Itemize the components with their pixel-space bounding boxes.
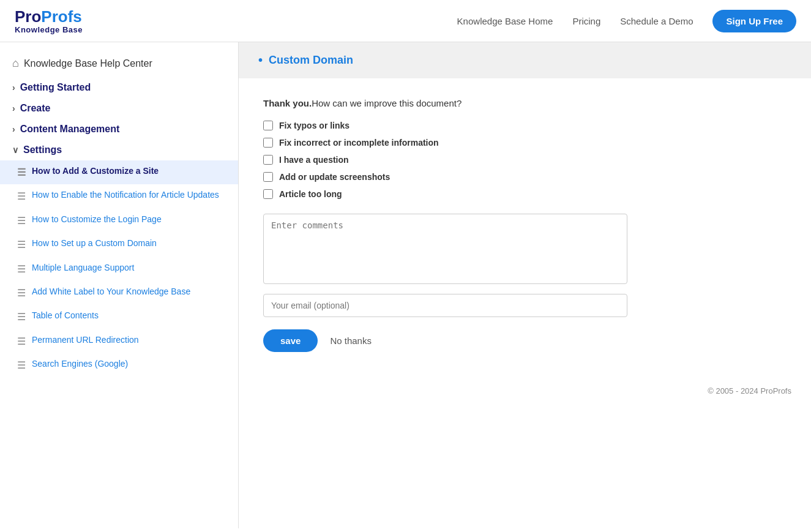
sidebar-item-label: Multiple Language Support [32, 262, 134, 274]
sidebar-item-notification-article[interactable]: ☰ How to Enable the Notification for Art… [0, 184, 238, 208]
sidebar-item-white-label[interactable]: ☰ Add White Label to Your Knowledge Base [0, 281, 238, 305]
sidebar-category-settings[interactable]: ∨ Settings [0, 140, 238, 160]
form-actions: save No thanks [263, 329, 787, 352]
custom-domain-title: Custom Domain [269, 54, 353, 67]
checkbox-row-fix-typos: Fix typos or links [263, 121, 787, 130]
fix-incorrect-checkbox[interactable] [263, 138, 273, 148]
sidebar-item-url-redirect[interactable]: ☰ Permanent URL Redirection [0, 329, 238, 353]
custom-domain-bar: • Custom Domain [239, 42, 811, 78]
feedback-intro-bold: Thank you. [263, 98, 312, 108]
doc-icon: ☰ [17, 214, 26, 228]
sidebar-item-add-customize-site[interactable]: ☰ How to Add & Customize a Site [0, 160, 238, 184]
fix-typos-checkbox[interactable] [263, 121, 273, 130]
checkbox-row-too-long: Article too long [263, 189, 787, 199]
chevron-right-icon: › [12, 124, 15, 134]
chevron-right-icon: › [12, 83, 15, 92]
comments-textarea[interactable] [263, 214, 627, 284]
chevron-down-icon: ∨ [12, 145, 18, 155]
sidebar-home[interactable]: ⌂ Knowledge Base Help Center [0, 52, 238, 77]
sidebar-item-label: How to Customize the Login Page [32, 214, 162, 226]
sidebar-category-label: Create [20, 103, 51, 114]
signup-button[interactable]: Sign Up Free [712, 10, 796, 32]
logo-profs-text: Profs [41, 7, 81, 26]
nav-home-link[interactable]: Knowledge Base Home [457, 16, 553, 26]
nav-demo-link[interactable]: Schedule a Demo [620, 16, 693, 26]
sidebar-category-content-management[interactable]: › Content Management [0, 119, 238, 140]
feedback-intro: Thank you.How can we improve this docume… [263, 98, 787, 108]
home-icon: ⌂ [12, 57, 19, 70]
logo-subtitle: Knowledge Base [15, 25, 83, 34]
feedback-section: Thank you.How can we improve this docume… [239, 78, 811, 377]
header: ProProfs Knowledge Base Knowledge Base H… [0, 0, 811, 42]
sidebar-home-label: Knowledge Base Help Center [24, 58, 152, 69]
too-long-checkbox[interactable] [263, 189, 273, 199]
checkbox-group: Fix typos or links Fix incorrect or inco… [263, 121, 787, 199]
logo: ProProfs Knowledge Base [15, 7, 83, 34]
chevron-right-icon: › [12, 103, 15, 113]
sidebar-category-label: Content Management [20, 124, 120, 135]
sidebar-item-label: Search Engines (Google) [32, 358, 128, 370]
footer: © 2005 - 2024 ProProfs [239, 377, 811, 405]
save-button[interactable]: save [263, 329, 318, 352]
doc-icon: ☰ [17, 335, 26, 348]
doc-icon: ☰ [17, 238, 26, 252]
page-layout: ⌂ Knowledge Base Help Center › Getting S… [0, 42, 811, 528]
copyright-text: © 2005 - 2024 ProProfs [708, 386, 791, 395]
doc-icon: ☰ [17, 310, 26, 324]
sidebar-category-label: Getting Started [20, 82, 91, 93]
sidebar-item-search-engines[interactable]: ☰ Search Engines (Google) [0, 353, 238, 377]
sidebar-item-custom-domain[interactable]: ☰ How to Set up a Custom Domain [0, 233, 238, 257]
sidebar-item-label: Table of Contents [32, 310, 99, 322]
bullet-icon: • [258, 53, 263, 67]
sidebar-item-label: Add White Label to Your Knowledge Base [32, 286, 190, 298]
fix-typos-label: Fix typos or links [279, 121, 349, 130]
sidebar: ⌂ Knowledge Base Help Center › Getting S… [0, 42, 239, 528]
sidebar-category-label: Settings [23, 144, 62, 155]
doc-icon: ☰ [17, 287, 26, 300]
sidebar-category-getting-started[interactable]: › Getting Started [0, 77, 238, 98]
fix-incorrect-label: Fix incorrect or incomplete information [279, 138, 439, 148]
sidebar-item-toc[interactable]: ☰ Table of Contents [0, 305, 238, 329]
sidebar-item-label: How to Enable the Notification for Artic… [32, 189, 219, 201]
doc-icon: ☰ [17, 190, 26, 203]
doc-icon: ☰ [17, 359, 26, 372]
sidebar-item-label: Permanent URL Redirection [32, 334, 139, 347]
have-question-checkbox[interactable] [263, 155, 273, 165]
sidebar-category-create[interactable]: › Create [0, 98, 238, 119]
add-screenshots-checkbox[interactable] [263, 172, 273, 182]
add-screenshots-label: Add or update screenshots [279, 172, 390, 182]
checkbox-row-fix-incorrect: Fix incorrect or incomplete information [263, 138, 787, 148]
sidebar-item-label: How to Add & Customize a Site [32, 165, 159, 178]
feedback-intro-text: How can we improve this document? [312, 98, 462, 108]
no-thanks-button[interactable]: No thanks [330, 335, 372, 346]
main-content: • Custom Domain Thank you.How can we imp… [239, 42, 811, 528]
logo-pro-text: Pro [15, 7, 41, 26]
too-long-label: Article too long [279, 189, 342, 199]
checkbox-row-add-screenshots: Add or update screenshots [263, 172, 787, 182]
nav-pricing-link[interactable]: Pricing [572, 16, 600, 26]
header-nav: Knowledge Base Home Pricing Schedule a D… [457, 10, 796, 32]
doc-icon: ☰ [17, 166, 26, 179]
checkbox-row-have-question: I have a question [263, 155, 787, 165]
sidebar-item-label: How to Set up a Custom Domain [32, 238, 157, 250]
sidebar-item-multilang[interactable]: ☰ Multiple Language Support [0, 257, 238, 281]
have-question-label: I have a question [279, 155, 349, 165]
email-input[interactable] [263, 294, 627, 317]
doc-icon: ☰ [17, 263, 26, 276]
sidebar-item-customize-login[interactable]: ☰ How to Customize the Login Page [0, 209, 238, 233]
